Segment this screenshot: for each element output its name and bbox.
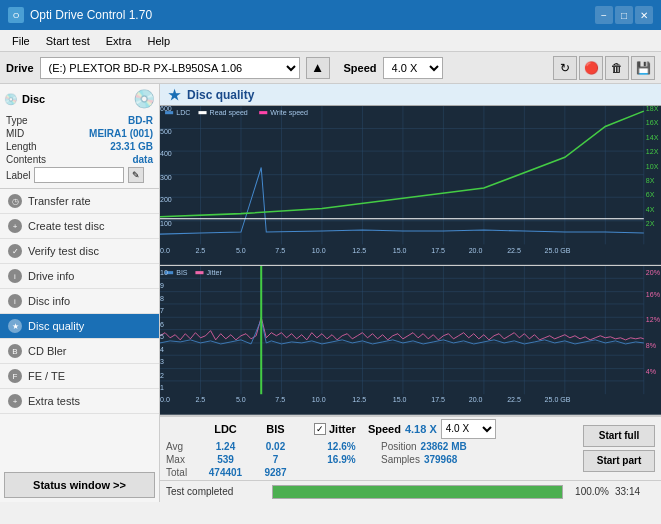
svg-text:2X: 2X — [646, 220, 655, 228]
svg-rect-22 — [259, 111, 267, 114]
svg-text:0.0: 0.0 — [160, 396, 170, 404]
svg-text:300: 300 — [160, 174, 172, 182]
nav-verify-test-disc-label: Verify test disc — [28, 245, 99, 257]
nav-fe-te-label: FE / TE — [28, 370, 65, 382]
svg-text:10: 10 — [160, 269, 168, 277]
disc-label-key: Label — [6, 170, 30, 181]
nav-verify-test-disc[interactable]: ✓ Verify test disc — [0, 239, 159, 264]
charts-container: LDC Read speed Write speed 600 500 400 3… — [160, 106, 661, 480]
svg-text:100: 100 — [160, 220, 172, 228]
label-edit-button[interactable]: ✎ — [128, 167, 144, 183]
minimize-button[interactable]: − — [595, 6, 613, 24]
menu-starttest[interactable]: Start test — [38, 33, 98, 49]
svg-text:6X: 6X — [646, 191, 655, 199]
disc-info-icon: i — [8, 294, 22, 308]
jitter-checkbox[interactable]: ✓ — [314, 423, 326, 435]
svg-text:15.0: 15.0 — [393, 247, 407, 255]
menu-extra[interactable]: Extra — [98, 33, 140, 49]
max-ldc: 539 — [198, 454, 253, 465]
start-full-button[interactable]: Start full — [583, 425, 655, 447]
position-val: 23862 MB — [421, 441, 467, 452]
speed-select[interactable]: 4.0 X — [383, 57, 443, 79]
svg-text:7: 7 — [160, 307, 164, 315]
svg-rect-50 — [160, 266, 661, 415]
erase-button[interactable]: 🗑 — [605, 56, 629, 80]
stats-bar: LDC BIS ✓ Jitter Speed 4.18 X 4.0 X — [160, 416, 661, 480]
nav-cd-bler-label: CD Bler — [28, 345, 67, 357]
svg-text:6: 6 — [160, 320, 164, 328]
svg-text:12%: 12% — [646, 316, 661, 324]
disc-label-row: Label ✎ — [4, 166, 155, 184]
nav-cd-bler[interactable]: B CD Bler — [0, 339, 159, 364]
nav-create-test-disc[interactable]: + Create test disc — [0, 214, 159, 239]
speed-stat-select[interactable]: 4.0 X — [441, 419, 496, 439]
bis-chart-svg: BIS Jitter 10 9 8 7 6 5 4 3 2 1 20% 1 — [160, 266, 661, 415]
refresh-button[interactable]: ↻ — [553, 56, 577, 80]
bis-col-label: BIS — [253, 423, 298, 435]
svg-text:5: 5 — [160, 333, 164, 341]
svg-text:4%: 4% — [646, 368, 657, 376]
nav-disc-quality-label: Disc quality — [28, 320, 84, 332]
total-bis: 9287 — [253, 467, 298, 478]
close-button[interactable]: ✕ — [635, 6, 653, 24]
nav-extra-tests-label: Extra tests — [28, 395, 80, 407]
svg-text:Read speed: Read speed — [210, 109, 248, 117]
total-row-label: Total — [166, 467, 198, 478]
nav-extra-tests[interactable]: + Extra tests — [0, 389, 159, 414]
drive-select[interactable]: (E:) PLEXTOR BD-R PX-LB950SA 1.06 — [40, 57, 300, 79]
save-button[interactable]: 💾 — [631, 56, 655, 80]
burn-button[interactable]: 🔴 — [579, 56, 603, 80]
max-bis: 7 — [253, 454, 298, 465]
nav-disc-info[interactable]: i Disc info — [0, 289, 159, 314]
maximize-button[interactable]: □ — [615, 6, 633, 24]
disc-type-row: Type BD-R — [4, 114, 155, 127]
progress-bar-fill — [273, 486, 562, 498]
content-header: ★ Disc quality — [160, 84, 661, 106]
svg-text:20%: 20% — [646, 269, 661, 277]
menu-help[interactable]: Help — [139, 33, 178, 49]
svg-text:10.0: 10.0 — [312, 247, 326, 255]
svg-text:500: 500 — [160, 128, 172, 136]
nav-drive-info-label: Drive info — [28, 270, 74, 282]
disc-header-icon: 💿 — [4, 93, 18, 106]
progress-percent: 100.0% — [569, 486, 609, 497]
transfer-rate-icon: ◷ — [8, 194, 22, 208]
svg-text:12.5: 12.5 — [352, 396, 366, 404]
svg-text:4: 4 — [160, 346, 164, 354]
eject-button[interactable]: ▲ — [306, 57, 330, 79]
disc-type-val: BD-R — [128, 115, 153, 126]
disc-type-label: Type — [6, 115, 28, 126]
svg-text:17.5: 17.5 — [431, 247, 445, 255]
menu-file[interactable]: File — [4, 33, 38, 49]
nav-fe-te[interactable]: F FE / TE — [0, 364, 159, 389]
svg-text:7.5: 7.5 — [275, 396, 285, 404]
nav-transfer-rate[interactable]: ◷ Transfer rate — [0, 189, 159, 214]
svg-text:20.0: 20.0 — [469, 247, 483, 255]
svg-text:14X: 14X — [646, 134, 659, 142]
nav-transfer-rate-label: Transfer rate — [28, 195, 91, 207]
svg-text:200: 200 — [160, 196, 172, 204]
svg-text:5.0: 5.0 — [236, 247, 246, 255]
svg-text:Jitter: Jitter — [207, 269, 223, 277]
nav-drive-info[interactable]: i Drive info — [0, 264, 159, 289]
progress-time: 33:14 — [615, 486, 655, 497]
avg-row-label: Avg — [166, 441, 198, 452]
nav-disc-quality[interactable]: ★ Disc quality — [0, 314, 159, 339]
jitter-col-label: Jitter — [329, 423, 356, 435]
svg-text:22.5: 22.5 — [507, 247, 521, 255]
disc-contents-label: Contents — [6, 154, 46, 165]
disc-label-input[interactable] — [34, 167, 124, 183]
svg-text:0.0: 0.0 — [160, 247, 170, 255]
create-test-disc-icon: + — [8, 219, 22, 233]
svg-rect-75 — [195, 271, 203, 274]
avg-bis: 0.02 — [253, 441, 298, 452]
titlebar: O Opti Drive Control 1.70 − □ ✕ — [0, 0, 661, 30]
svg-text:15.0: 15.0 — [393, 396, 407, 404]
start-part-button[interactable]: Start part — [583, 450, 655, 472]
samples-val: 379968 — [424, 454, 457, 465]
svg-text:7.5: 7.5 — [275, 247, 285, 255]
disc-title: Disc — [22, 93, 45, 105]
status-window-button[interactable]: Status window >> — [4, 472, 155, 498]
disc-length-val: 23.31 GB — [110, 141, 153, 152]
total-ldc: 474401 — [198, 467, 253, 478]
